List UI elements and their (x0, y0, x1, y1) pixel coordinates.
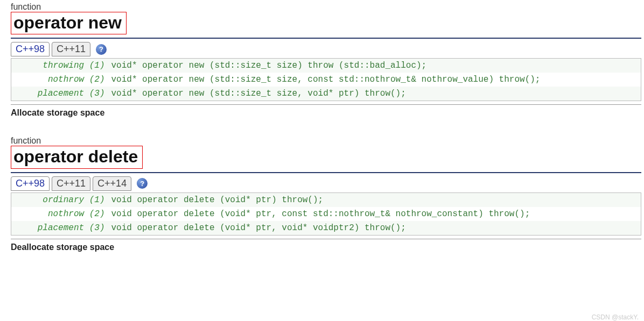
kind-label: function (11, 136, 641, 146)
signature-table: ordinary (1) void operator delete (void*… (11, 192, 641, 236)
sig-code: void operator delete (void* ptr) throw()… (108, 192, 641, 207)
sig-code: void* operator new (std::size_t size) th… (108, 59, 641, 73)
standard-tabs: C++98 C++11 C++14 ? (11, 176, 641, 191)
sig-code: void operator delete (void* ptr, void* v… (108, 221, 641, 236)
help-icon[interactable]: ? (96, 44, 107, 55)
sig-label: placement (3) (11, 221, 108, 236)
tab-cpp14[interactable]: C++14 (93, 176, 131, 191)
section-operator-delete: function operator delete C++98 C++11 C++… (11, 136, 641, 252)
table-row: nothrow (2) void operator delete (void* … (11, 207, 641, 221)
help-icon[interactable]: ? (137, 178, 148, 189)
sig-code: void* operator new (std::size_t size, vo… (108, 87, 641, 101)
bottom-rule (11, 239, 641, 239)
page-title: operator delete (11, 146, 143, 168)
sig-code: void operator delete (void* ptr, const s… (108, 207, 641, 221)
sig-label: placement (3) (11, 87, 108, 101)
sig-label: nothrow (2) (11, 207, 108, 221)
bottom-rule (11, 104, 641, 105)
table-row: nothrow (2) void* operator new (std::siz… (11, 73, 641, 87)
tab-cpp98[interactable]: C++98 (11, 42, 50, 56)
sig-label: ordinary (1) (11, 192, 108, 207)
section-operator-new: function operator new C++98 C++11 ? thro… (11, 2, 641, 118)
table-row: placement (3) void operator delete (void… (11, 221, 641, 236)
table-row: placement (3) void* operator new (std::s… (11, 87, 641, 101)
kind-label: function (11, 2, 641, 12)
sig-code: void* operator new (std::size_t size, co… (108, 73, 641, 87)
section-description: Deallocate storage space (11, 242, 641, 252)
title-rule (11, 172, 641, 173)
tab-cpp11[interactable]: C++11 (52, 176, 90, 191)
title-rule (11, 38, 641, 39)
section-description: Allocate storage space (11, 108, 641, 118)
section-spacer (0, 118, 644, 134)
signature-table: throwing (1) void* operator new (std::si… (11, 58, 641, 101)
page-title: operator new (11, 12, 127, 34)
tab-cpp98[interactable]: C++98 (11, 176, 50, 191)
table-row: throwing (1) void* operator new (std::si… (11, 59, 641, 73)
tab-cpp11[interactable]: C++11 (52, 42, 90, 56)
watermark: CSDN @stackY. (592, 313, 639, 321)
table-row: ordinary (1) void operator delete (void*… (11, 192, 641, 207)
standard-tabs: C++98 C++11 ? (11, 42, 641, 56)
sig-label: throwing (1) (11, 59, 108, 73)
sig-label: nothrow (2) (11, 73, 108, 87)
